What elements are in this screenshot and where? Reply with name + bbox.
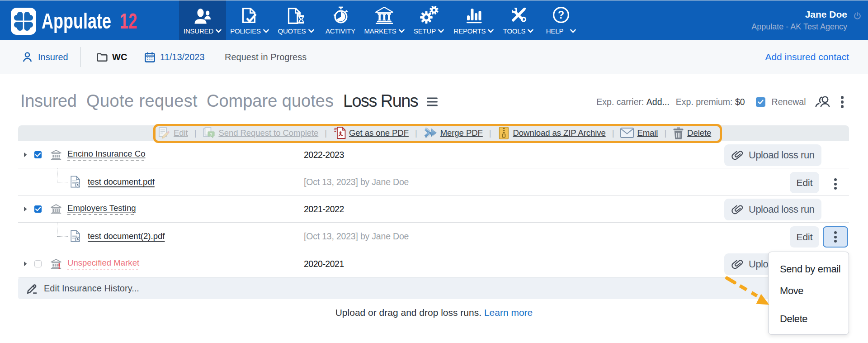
svg-text:?: ? — [558, 9, 564, 21]
